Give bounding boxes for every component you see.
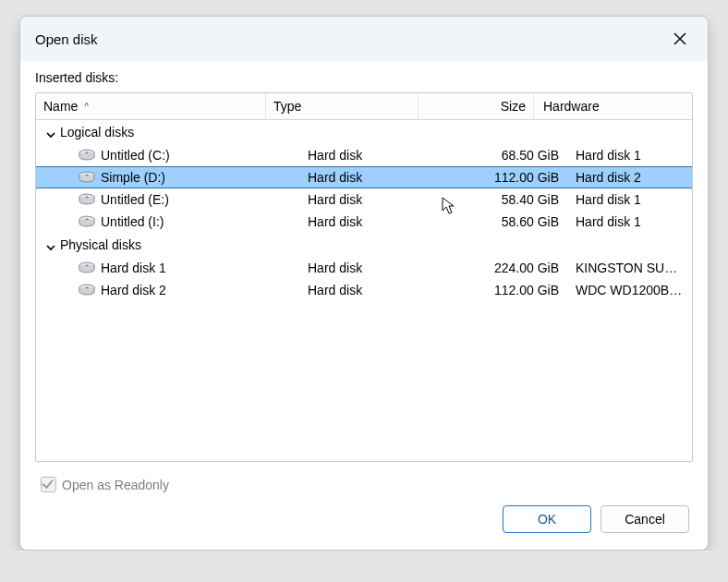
group-physical-label: Physical disks — [60, 236, 141, 254]
table-row[interactable]: Untitled (E:) Hard disk 58.40 GiB Hard d… — [36, 188, 692, 211]
svg-point-11 — [85, 286, 89, 288]
group-logical-label: Logical disks — [60, 123, 134, 141]
sort-indicator-icon: ^ — [84, 102, 89, 112]
disk-type: Hard disk — [300, 281, 452, 299]
disk-size: 112.00 GiB — [452, 168, 566, 187]
close-button[interactable] — [667, 26, 693, 52]
disk-list: Name ^ Type Size Hardware Logical disks — [35, 92, 693, 462]
disk-icon — [79, 171, 95, 184]
table-row[interactable]: Hard disk 1 Hard disk 224.00 GiB KINGSTO… — [36, 257, 692, 279]
close-icon — [673, 32, 686, 45]
disk-size: 58.60 GiB — [452, 212, 566, 231]
chevron-down-icon — [45, 239, 56, 250]
disk-icon — [79, 261, 95, 274]
ok-button[interactable]: OK — [503, 505, 591, 533]
checkbox-icon — [41, 477, 56, 492]
group-physical-disks[interactable]: Physical disks — [36, 233, 692, 257]
svg-point-7 — [85, 218, 89, 220]
column-header-name[interactable]: Name ^ — [36, 93, 266, 119]
dialog-title: Open disk — [35, 31, 98, 47]
column-header-type[interactable]: Type — [266, 93, 419, 119]
disk-size: 224.00 GiB — [452, 259, 566, 277]
svg-point-5 — [85, 196, 89, 198]
open-disk-dialog: Open disk Inserted disks: Name ^ Type Si… — [19, 16, 709, 551]
table-row[interactable]: Untitled (C:) Hard disk 68.50 GiB Hard d… — [36, 144, 692, 166]
chevron-down-icon — [45, 127, 56, 138]
disk-name: Untitled (E:) — [101, 190, 169, 209]
disk-hardware: WDC WD1200BEVS-22UST0 — [566, 281, 692, 299]
disk-size: 112.00 GiB — [452, 281, 566, 299]
disk-icon — [79, 215, 95, 228]
open-readonly-checkbox[interactable]: Open as Readonly — [41, 477, 687, 492]
disk-icon — [79, 149, 95, 162]
disk-type: Hard disk — [300, 168, 452, 187]
disk-hardware: Hard disk 1 — [566, 146, 692, 164]
svg-point-3 — [85, 174, 89, 176]
disk-hardware: Hard disk 1 — [566, 212, 692, 231]
table-row[interactable]: Hard disk 2 Hard disk 112.00 GiB WDC WD1… — [36, 279, 692, 301]
disk-type: Hard disk — [300, 259, 452, 277]
svg-point-9 — [85, 264, 89, 266]
disk-name: Hard disk 1 — [101, 259, 166, 277]
table-row[interactable]: Simple (D:) Hard disk 112.00 GiB Hard di… — [36, 166, 692, 188]
disk-name: Untitled (C:) — [101, 146, 170, 164]
disk-name: Simple (D:) — [101, 168, 165, 187]
svg-point-1 — [85, 152, 89, 153]
disk-size: 68.50 GiB — [452, 146, 566, 164]
table-row[interactable]: Untitled (I:) Hard disk 58.60 GiB Hard d… — [36, 211, 692, 233]
disk-type: Hard disk — [300, 146, 452, 164]
inserted-disks-label: Inserted disks: — [35, 70, 693, 85]
column-header-hardware[interactable]: Hardware — [534, 93, 692, 119]
cancel-button[interactable]: Cancel — [601, 505, 689, 533]
group-logical-disks[interactable]: Logical disks — [36, 120, 692, 144]
column-header-name-label: Name — [43, 99, 78, 114]
disk-rows: Logical disks Untitled (C:) Hard disk 68… — [36, 120, 692, 461]
disk-size: 58.40 GiB — [452, 190, 566, 209]
cursor-icon — [442, 197, 456, 215]
disk-hardware: Hard disk 1 — [566, 190, 692, 209]
disk-name: Hard disk 2 — [101, 281, 166, 299]
disk-type: Hard disk — [300, 212, 452, 231]
disk-icon — [79, 193, 95, 206]
disk-icon — [79, 284, 95, 297]
titlebar: Open disk — [20, 17, 708, 61]
column-headers: Name ^ Type Size Hardware — [36, 93, 692, 120]
disk-hardware: Hard disk 2 — [566, 168, 692, 187]
column-header-size[interactable]: Size — [419, 93, 534, 119]
open-readonly-label: Open as Readonly — [62, 478, 169, 492]
dialog-footer: Open as Readonly OK Cancel — [35, 462, 693, 537]
disk-name: Untitled (I:) — [101, 212, 164, 231]
disk-type: Hard disk — [300, 190, 452, 209]
disk-hardware: KINGSTON SUV300S37A240G — [566, 259, 692, 277]
